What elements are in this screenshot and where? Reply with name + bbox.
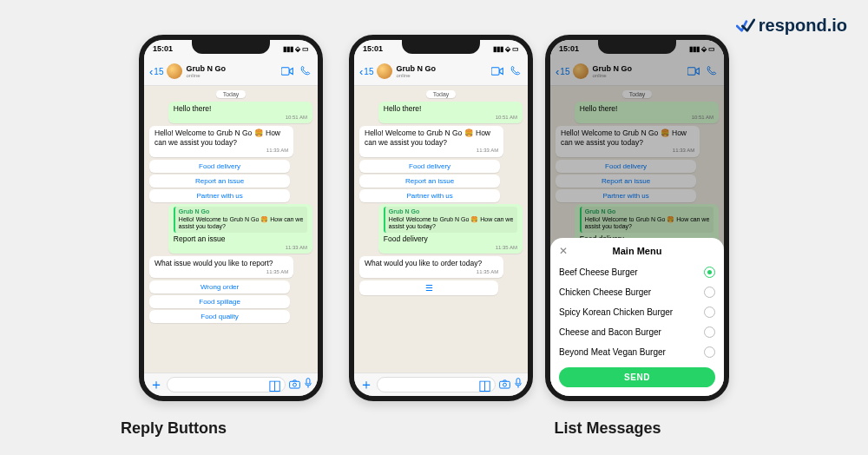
mic-icon[interactable] [304,377,312,392]
message-time: 11:33 AM [155,148,288,155]
quote-sender: Grub N Go [179,208,304,216]
video-call-icon[interactable] [490,63,505,79]
contact-info[interactable]: Grub N Go online [396,65,486,78]
list-option-label: Beyond Meat Vegan Burger [559,347,666,357]
open-list-button[interactable]: ☰ [359,280,498,295]
status-icons: ▮▮▮ ⬙ ▭ [493,45,519,53]
list-option-label: Chicken Cheese Burger [559,287,651,297]
list-option[interactable]: Spicy Korean Chicken Burger [559,302,715,322]
sheet-header: ✕ Main Menu [559,245,715,257]
mic-icon[interactable] [514,377,523,392]
wifi-icon: ⬙ [295,45,300,53]
brand-check-icon [736,18,755,34]
camera-icon[interactable] [289,377,300,392]
video-call-icon[interactable] [279,63,295,79]
message-input[interactable]: ◫ [377,377,496,392]
contact-status: online [186,73,276,78]
message-text: Report an issue [174,234,226,243]
send-button[interactable]: SEND [559,367,715,387]
reply-button-wrong-order[interactable]: Wrong order [149,280,290,293]
quote-text: Hello! Welcome to Grub N Go 🍔 How can we… [389,216,514,232]
message-time: 11:33 AM [174,245,307,252]
reply-button-partner[interactable]: Partner with us [359,189,500,202]
list-bottom-sheet: ✕ Main Menu Beef Cheese BurgerChicken Ch… [550,238,724,396]
sticker-icon[interactable]: ◫ [268,377,281,393]
contact-info[interactable]: Grub N Go online [186,65,276,78]
message-text: What issue would you like to report? [155,259,273,267]
svg-rect-0 [281,68,289,75]
message-incoming[interactable]: What issue would you like to report? 11:… [149,256,293,278]
reply-button-food-spillage[interactable]: Food spillage [149,295,290,308]
chevron-left-icon: ‹ [149,65,153,78]
battery-icon: ▭ [512,45,519,53]
quote-sender: Grub N Go [389,208,514,216]
input-bar: ＋ ◫ [144,373,318,396]
sticker-icon[interactable]: ◫ [478,377,491,393]
back-button[interactable]: ‹ 15 [359,65,373,78]
message-text: Hello! Welcome to Grub N Go 🍔 How can we… [365,129,490,147]
camera-icon[interactable] [499,377,510,392]
message-outgoing[interactable]: Hello there! 10:51 AM [168,102,312,123]
message-text: Hello there! [384,104,421,113]
phone-list-messages: 15:01 ▮▮▮ ⬙ ▭ ‹ 15 Grub N Go online [349,35,533,401]
radio-icon[interactable] [704,287,715,298]
plus-icon[interactable]: ＋ [359,376,373,394]
quoted-message: Grub N Go Hello! Welcome to Grub N Go 🍔 … [384,207,517,233]
phone-list-sheet: 15:01 ▮▮▮ ⬙ ▭ ‹ 15 Grub N Go online [545,35,729,401]
avatar[interactable] [167,63,182,79]
message-text: Hello! Welcome to Grub N Go 🍔 How can we… [155,129,280,147]
list-option[interactable]: Beef Cheese Burger [559,262,715,282]
battery-icon: ▭ [302,45,309,53]
voice-call-icon[interactable] [509,63,523,79]
reply-button-partner[interactable]: Partner with us [149,189,290,202]
message-time: 11:35 AM [155,269,288,276]
reply-button-report-issue[interactable]: Report an issue [149,175,290,188]
sheet-title: Main Menu [559,246,715,256]
list-option[interactable]: Beyond Meat Vegan Burger [559,342,715,362]
signal-icon: ▮▮▮ [283,45,293,53]
radio-icon[interactable] [704,307,715,318]
voice-call-icon[interactable] [299,63,312,79]
svg-rect-3 [306,379,310,385]
message-time: 11:35 AM [365,269,498,276]
message-input[interactable]: ◫ [167,377,286,392]
avatar[interactable] [377,63,392,79]
reply-button-food-delivery[interactable]: Food delivery [149,160,290,173]
phone-notch [598,40,676,54]
message-outgoing-quoted[interactable]: Grub N Go Hello! Welcome to Grub N Go 🍔 … [378,204,523,254]
phone-reply-buttons: 15:01 ▮▮▮ ⬙ ▭ ‹ 15 Grub N Go online [139,35,323,401]
chevron-left-icon: ‹ [359,65,363,78]
message-outgoing[interactable]: Hello there! 10:51 AM [378,102,523,123]
reply-button-report-issue[interactable]: Report an issue [359,175,500,188]
chat-body: Today Hello there! 10:51 AM Hello! Welco… [354,85,528,373]
list-icon: ☰ [425,283,433,293]
brand-text: respond.io [759,16,847,36]
plus-icon[interactable]: ＋ [149,376,163,394]
message-incoming[interactable]: What would you like to order today? 11:3… [359,256,503,278]
contact-name: Grub N Go [396,65,486,73]
svg-rect-5 [500,381,510,388]
list-option[interactable]: Cheese and Bacon Burger [559,322,715,342]
list-option-label: Beef Cheese Burger [559,267,638,277]
radio-icon[interactable] [704,346,715,358]
list-option-label: Spicy Korean Chicken Burger [559,307,673,317]
svg-rect-7 [516,379,520,385]
message-text: Food delivery [384,234,428,243]
reply-button-food-delivery[interactable]: Food delivery [359,160,500,173]
back-button[interactable]: ‹ 15 [149,65,163,78]
brand-logo: respond.io [736,16,847,36]
quote-text: Hello! Welcome to Grub N Go 🍔 How can we… [179,216,304,232]
status-time: 15:01 [363,44,383,53]
radio-icon[interactable] [704,267,715,278]
message-outgoing-quoted[interactable]: Grub N Go Hello! Welcome to Grub N Go 🍔 … [168,204,312,254]
reply-button-food-quality[interactable]: Food quality [149,310,290,323]
message-incoming[interactable]: Hello! Welcome to Grub N Go 🍔 How can we… [149,126,293,157]
svg-point-6 [503,383,507,386]
unread-count: 15 [364,67,373,76]
radio-icon[interactable] [704,326,715,338]
message-incoming[interactable]: Hello! Welcome to Grub N Go 🍔 How can we… [359,126,503,157]
wifi-icon: ⬙ [505,45,510,53]
list-option[interactable]: Chicken Cheese Burger [559,282,715,302]
message-text: Hello there! [174,104,211,113]
message-time: 10:51 AM [384,115,517,122]
